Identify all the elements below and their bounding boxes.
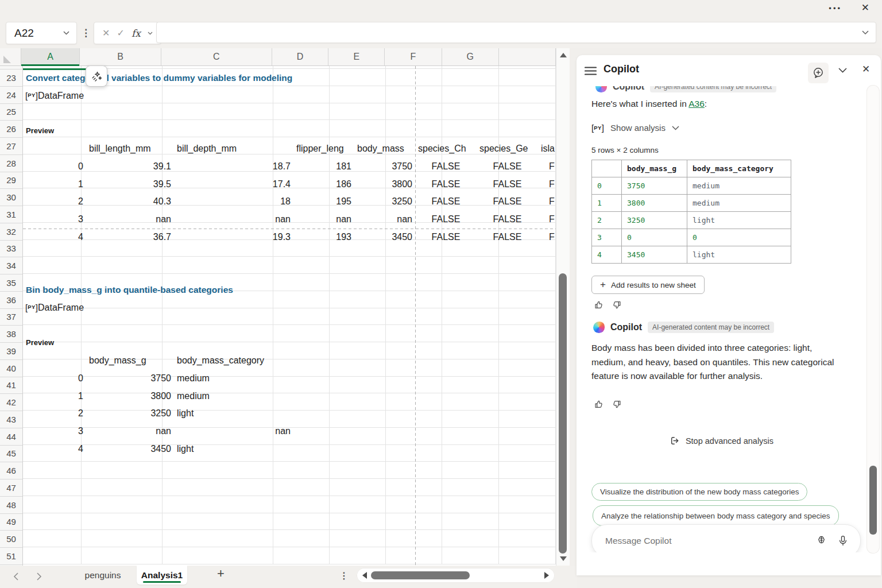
new-chat-button[interactable] xyxy=(808,63,829,83)
window-close-icon[interactable]: ✕ xyxy=(861,2,869,14)
cell-F27[interactable]: species_Ch xyxy=(418,140,475,158)
menu-icon[interactable] xyxy=(585,67,597,75)
cell-A26[interactable]: Preview xyxy=(26,122,54,140)
a36-cell-link[interactable]: A36 xyxy=(688,99,705,109)
close-panel-icon[interactable]: ✕ xyxy=(862,63,870,75)
thumbs-up-icon[interactable] xyxy=(594,300,604,310)
microphone-icon[interactable] xyxy=(837,535,849,547)
column-header-E[interactable]: E xyxy=(328,48,385,65)
panel-scroll-thumb[interactable] xyxy=(869,466,877,535)
cell-B39[interactable]: body_mass_g xyxy=(89,352,173,370)
grid-cell[interactable] xyxy=(499,325,556,342)
grid-cell[interactable] xyxy=(386,103,443,120)
grid-cell[interactable] xyxy=(163,530,273,547)
cell-H28[interactable]: F xyxy=(549,158,556,176)
grid-cell[interactable] xyxy=(163,86,273,103)
grid-cell[interactable] xyxy=(499,342,556,359)
grid-cell[interactable] xyxy=(442,291,499,308)
column-header-h[interactable] xyxy=(499,48,556,65)
grid-cell[interactable] xyxy=(330,120,386,137)
row-header-35[interactable]: 35 xyxy=(0,274,22,292)
grid-cell[interactable] xyxy=(82,479,163,496)
add-sheet-button[interactable]: + xyxy=(217,566,225,581)
cell-B30[interactable]: 40.3 xyxy=(88,193,171,211)
thumbs-down-icon[interactable] xyxy=(612,300,622,310)
cell-B29[interactable]: 39.5 xyxy=(88,176,171,194)
cell-A40[interactable]: 0 xyxy=(25,370,83,388)
row-header-30[interactable]: 30 xyxy=(0,189,22,206)
grid-cell[interactable] xyxy=(330,69,386,86)
row-header-49[interactable]: 49 xyxy=(0,514,22,531)
cell-D30[interactable]: 195 xyxy=(296,193,351,211)
vertical-scroll-thumb[interactable] xyxy=(559,273,567,554)
cell-E28[interactable]: 3750 xyxy=(357,158,412,176)
scroll-right-arrow[interactable] xyxy=(544,572,549,579)
grid-cell[interactable] xyxy=(273,86,330,103)
grid-cell[interactable] xyxy=(330,428,386,444)
cell-A36[interactable]: [PY]DataFrame xyxy=(25,299,84,318)
cell-G27[interactable]: species_Ge xyxy=(479,140,537,158)
grid-cell[interactable] xyxy=(163,120,273,137)
row-header-33[interactable]: 33 xyxy=(0,241,22,258)
cell-D28[interactable]: 181 xyxy=(296,158,351,176)
row-header-34[interactable]: 34 xyxy=(0,257,22,274)
grid-cell[interactable] xyxy=(330,103,386,120)
grid-cell[interactable] xyxy=(23,257,82,273)
grid-cell[interactable] xyxy=(82,325,163,342)
grid-cell[interactable] xyxy=(273,120,330,137)
column-header-C[interactable]: C xyxy=(161,48,272,65)
cell-B42[interactable]: 3250 xyxy=(88,405,171,423)
row-header-27[interactable]: 27 xyxy=(0,138,22,155)
grid-cell[interactable] xyxy=(82,120,163,137)
column-header-A[interactable]: A xyxy=(21,48,80,65)
grid-cell[interactable] xyxy=(82,86,163,103)
grid-cell[interactable] xyxy=(386,377,443,393)
row-header-43[interactable]: 43 xyxy=(0,411,22,428)
cell-A43[interactable]: 3 xyxy=(25,423,83,440)
grid-cell[interactable] xyxy=(499,445,556,462)
cell-B32[interactable]: 36.7 xyxy=(88,229,171,246)
cell-C29[interactable]: 17.4 xyxy=(176,176,291,194)
grid-cell[interactable] xyxy=(499,411,556,427)
row-header-26[interactable]: 26 xyxy=(0,121,22,138)
grid-cell[interactable] xyxy=(273,66,330,68)
cell-A41[interactable]: 1 xyxy=(25,388,83,405)
cell-B44[interactable]: 3450 xyxy=(88,440,171,458)
row-header-28[interactable]: 28 xyxy=(0,155,22,172)
grid-cell[interactable] xyxy=(330,462,386,478)
window-more-icon[interactable]: ••• xyxy=(829,4,842,13)
grid-cell[interactable] xyxy=(82,513,163,530)
grid-cell[interactable] xyxy=(330,257,386,273)
cell-G29[interactable]: FALSE xyxy=(477,176,538,194)
tab-options-kebab-icon[interactable]: ⋮ xyxy=(339,570,349,581)
cell-E27[interactable]: body_mass xyxy=(357,140,414,158)
cell-C43[interactable]: nan xyxy=(176,423,291,440)
copilot-brain-icon[interactable] xyxy=(815,535,827,547)
grid-cell[interactable] xyxy=(82,530,163,547)
cell-H30[interactable]: F xyxy=(549,193,556,211)
row-header-31[interactable]: 31 xyxy=(0,206,22,223)
grid-cell[interactable] xyxy=(330,325,386,342)
grid-cell[interactable] xyxy=(386,530,443,547)
grid-cell[interactable] xyxy=(163,513,273,530)
cell-B40[interactable]: 3750 xyxy=(88,370,171,388)
cell-F31[interactable]: FALSE xyxy=(415,211,477,229)
grid-cell[interactable] xyxy=(82,496,163,513)
scroll-up-arrow[interactable] xyxy=(560,53,567,57)
grid-cell[interactable] xyxy=(386,308,443,325)
row-header-36[interactable]: 36 xyxy=(0,292,22,309)
grid-cell[interactable] xyxy=(330,308,386,325)
name-box[interactable]: A22 xyxy=(6,22,77,44)
grid-cell[interactable] xyxy=(499,479,556,496)
grid-cell[interactable] xyxy=(330,359,386,376)
row-header-37[interactable]: 37 xyxy=(0,309,22,326)
cell-C32[interactable]: 19.3 xyxy=(176,229,291,246)
grid-cell[interactable] xyxy=(386,342,443,359)
grid-cell[interactable] xyxy=(273,479,330,496)
scroll-down-arrow[interactable] xyxy=(560,556,567,561)
suggestion-chip-1[interactable]: Analyze the relationship between body ma… xyxy=(593,505,839,526)
grid-cell[interactable] xyxy=(442,479,499,496)
grid-cell[interactable] xyxy=(82,257,163,273)
grid-cell[interactable] xyxy=(23,462,82,478)
grid-cell[interactable] xyxy=(386,274,443,291)
